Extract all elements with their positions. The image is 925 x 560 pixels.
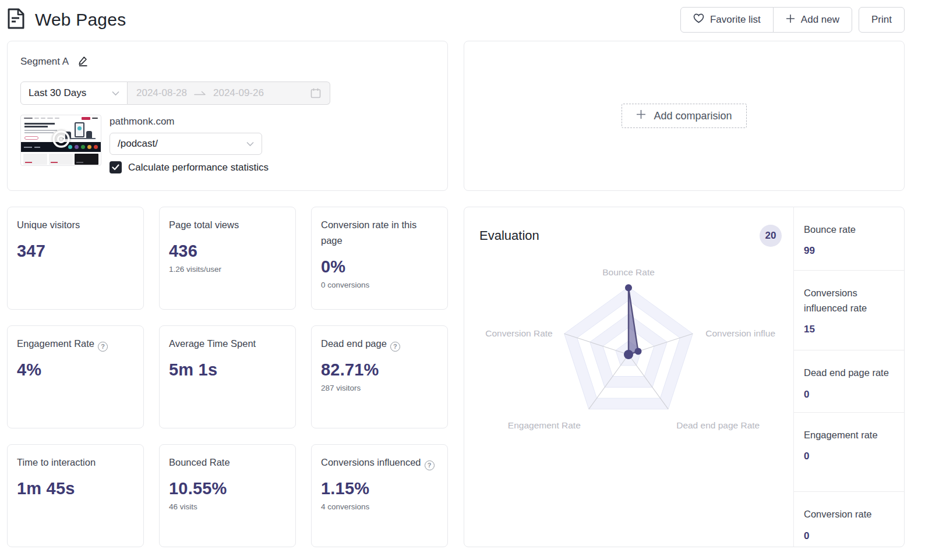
metric-label: Dead end page	[321, 338, 387, 349]
metric-label: Unique visitors	[17, 217, 134, 233]
stat-row-conversions-influenced-rate: Conversions influenced rate 15	[794, 271, 904, 351]
metric-card-conversions-influenced: Conversions influenced? 1.15% 4 conversi…	[311, 444, 448, 547]
favorite-list-button[interactable]: Favorite list	[680, 7, 774, 33]
web-pages-dashboard: Web Pages Favorite list Add new	[0, 0, 925, 547]
plus-icon	[786, 14, 795, 26]
metric-sub: 0 conversions	[321, 281, 438, 289]
chevron-down-icon	[112, 87, 119, 99]
add-comparison-label: Add comparision	[654, 110, 732, 122]
metric-label: Average Time Spent	[169, 336, 286, 352]
svg-text:Engagement Rate: Engagement Rate	[508, 420, 581, 430]
calc-stats-label: Calculate performance statistics	[128, 162, 269, 173]
metric-sub: 4 conversions	[321, 502, 438, 511]
metric-label: Conversion rate in this page	[321, 217, 438, 249]
metric-card-time-to-interaction: Time to interaction 1m 45s	[7, 444, 144, 547]
evaluation-title: Evaluation	[479, 228, 539, 243]
date-preset-value: Last 30 Days	[29, 87, 86, 99]
stat-value: 0	[804, 389, 898, 400]
metric-value: 4%	[17, 360, 134, 380]
stat-value: 15	[804, 324, 898, 335]
header-actions: Favorite list Add new Print	[680, 7, 905, 33]
page-path-select[interactable]: /podcast/	[110, 133, 262, 155]
date-end: 2024-09-26	[213, 87, 264, 99]
page-path-value: /podcast/	[118, 138, 158, 150]
metric-value: 0%	[321, 257, 438, 277]
svg-text:Conversion influe: Conversion influe	[705, 328, 775, 338]
calendar-icon	[310, 88, 321, 98]
metric-value: 10.55%	[169, 479, 286, 498]
stat-value: 0	[804, 530, 898, 542]
evaluation-sidebar: Bounce rate 99 Conversions influenced ra…	[793, 207, 904, 547]
title-wrap: Web Pages	[7, 8, 126, 31]
arrow-right-icon	[194, 87, 206, 99]
chevron-down-icon	[246, 138, 254, 150]
metric-value: 82.71%	[321, 360, 438, 380]
stat-row-conversion-rate: Conversion rate 0	[794, 492, 904, 547]
print-label: Print	[871, 14, 892, 26]
segment-panel: Segment A Last 30 Days	[7, 41, 448, 191]
stat-row-bounce-rate: Bounce rate 99	[794, 207, 904, 271]
stat-value: 0	[804, 451, 898, 462]
stat-label: Engagement rate	[804, 427, 898, 442]
svg-text:Conversion Rate: Conversion Rate	[485, 328, 552, 338]
add-comparison-button[interactable]: Add comparision	[622, 104, 746, 128]
document-icon	[7, 8, 25, 31]
stat-label: Dead end page rate	[804, 365, 898, 380]
metric-card-dead-end-page: Dead end page? 82.71% 287 visitors	[311, 325, 448, 428]
stat-row-dead-end-page-rate: Dead end page rate 0	[794, 350, 904, 413]
metric-value: 436	[169, 242, 286, 261]
heart-icon	[693, 13, 704, 26]
metric-value: 347	[17, 242, 134, 261]
svg-text:Dead end page Rate: Dead end page Rate	[676, 420, 760, 430]
metric-card-conversion-rate: Conversion rate in this page 0% 0 conver…	[311, 207, 448, 310]
evaluation-chart-area: Evaluation 20 Bounce RateConversion infl…	[464, 207, 793, 547]
metric-card-unique-visitors: Unique visitors 347	[7, 207, 144, 310]
eye-icon	[51, 129, 72, 152]
stat-label: Conversion rate	[804, 506, 898, 522]
favorite-list-label: Favorite list	[710, 14, 761, 26]
metric-card-average-time-spent: Average Time Spent 5m 1s	[159, 325, 296, 428]
metric-value: 1.15%	[321, 479, 438, 498]
add-new-button[interactable]: Add new	[773, 7, 852, 33]
edit-segment-button[interactable]	[77, 55, 89, 68]
metric-card-page-total-views: Page total views 436 1.26 visits/user	[159, 207, 296, 310]
score-badge: 20	[760, 225, 782, 247]
evaluation-panel: Evaluation 20 Bounce RateConversion infl…	[464, 207, 905, 547]
help-icon[interactable]: ?	[425, 460, 435, 470]
help-icon[interactable]: ?	[390, 342, 400, 352]
topbar: Web Pages Favorite list Add new	[7, 5, 905, 35]
stat-label: Conversions influenced rate	[804, 285, 898, 316]
print-button[interactable]: Print	[859, 7, 905, 33]
page-preview-thumbnail[interactable]	[20, 115, 101, 166]
calc-stats-checkbox[interactable]	[110, 161, 122, 173]
stat-row-engagement-rate: Engagement rate 0	[794, 413, 904, 492]
date-range-picker[interactable]: 2024-08-28 2024-09-26	[128, 81, 330, 105]
date-preset-select[interactable]: Last 30 Days	[20, 81, 128, 105]
site-domain: pathmonk.com	[110, 116, 269, 127]
metrics-grid: Unique visitors 347 Page total views 436…	[7, 207, 448, 547]
metric-label: Page total views	[169, 217, 286, 233]
edit-icon	[77, 55, 89, 68]
plus-icon	[636, 109, 646, 122]
metric-label: Engagement Rate	[17, 338, 94, 349]
stat-value: 99	[804, 245, 898, 257]
metric-value: 1m 45s	[17, 479, 134, 498]
metric-sub: 46 visits	[169, 502, 286, 511]
metric-card-engagement-rate: Engagement Rate? 4%	[7, 325, 144, 428]
svg-text:Bounce Rate: Bounce Rate	[602, 267, 655, 277]
metric-label: Time to interaction	[17, 455, 134, 470]
add-new-label: Add new	[801, 14, 839, 26]
date-start: 2024-08-28	[136, 87, 187, 99]
stat-label: Bounce rate	[804, 222, 898, 237]
header-button-group: Favorite list Add new	[680, 7, 852, 33]
metric-card-bounced-rate: Bounced Rate 10.55% 46 visits	[159, 444, 296, 547]
radar-chart: Bounce RateConversion influeDead end pag…	[464, 207, 793, 547]
metric-sub: 1.26 visits/user	[169, 265, 286, 274]
metric-label: Bounced Rate	[169, 455, 286, 470]
metric-sub: 287 visitors	[321, 384, 438, 392]
metric-label: Conversions influenced	[321, 457, 421, 467]
page-title: Web Pages	[35, 10, 126, 30]
metric-value: 5m 1s	[169, 360, 286, 380]
help-icon[interactable]: ?	[98, 342, 108, 352]
comparison-panel: Add comparision	[464, 41, 905, 191]
